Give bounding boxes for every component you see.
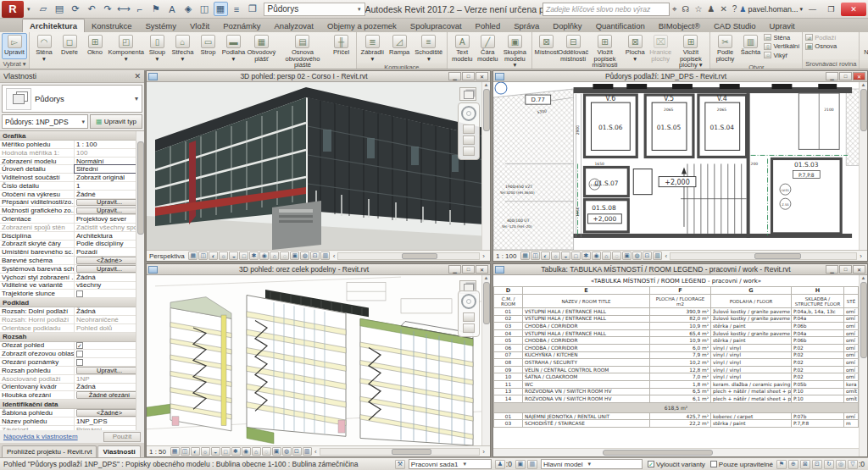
property-edit-button[interactable]: <Žádné> (76, 409, 142, 417)
viewbar-icon-5[interactable]: □ (571, 252, 581, 260)
table-row[interactable]: 10ŠATNA / CLOAKROOM7,0 m²vinyl / vinylP.… (494, 373, 859, 381)
restore-button[interactable]: ❐ (822, 3, 840, 16)
properties-help-link[interactable]: Nápověda k vlastnostem (3, 433, 78, 440)
viewbar-icon-10[interactable]: ▣ (290, 252, 299, 260)
section-header-2[interactable]: Rozsah⌃ (0, 333, 144, 342)
panel-caption[interactable]: Srovnávací rovina (803, 59, 859, 69)
status-icon-3[interactable]: ⊡ (812, 460, 822, 469)
minimize-icon[interactable]: ▁ (826, 72, 838, 80)
app-menu-arrow-icon[interactable]: ▾ (27, 6, 31, 13)
minimize-icon[interactable]: ▁ (826, 265, 838, 274)
property-value[interactable]: 1 (75, 182, 144, 190)
table-row[interactable]: 09VELÍN / CENTRAL CONTROL ROOM12,8 m²vin… (494, 366, 859, 373)
property-value[interactable]: Primární (75, 426, 144, 430)
column-button[interactable]: ▯Sloup ▾ (144, 33, 170, 69)
room-button[interactable]: ⊠Místnost (534, 33, 559, 69)
section-header-0[interactable]: Grafika⌃ (0, 131, 144, 141)
table-row[interactable]: 02VSTUPNÍ HALA / ENTRANCE HALL82,0 m²žul… (494, 315, 859, 323)
property-value[interactable]: Normální (75, 158, 144, 165)
workset-combo[interactable]: Pracovní sada1 ▾ (409, 459, 492, 469)
panel-caption[interactable]: Pracovní rovina (860, 60, 868, 69)
palette-tab-1[interactable]: Vlastnosti (97, 445, 140, 457)
tab-spolupracovat[interactable]: Spolupracovat (403, 19, 469, 32)
property-value[interactable]: 1NP (75, 375, 144, 383)
stair-button[interactable]: ≡Schodiště ▾ (412, 33, 445, 63)
tag-area-button[interactable]: ⊞Vložit popisek plochy ▾ (673, 33, 708, 69)
viewbar-icon-1[interactable]: ◫ (181, 447, 190, 456)
tab-objemy-a-pozemek[interactable]: Objemy a pozemek (320, 19, 403, 32)
property-value[interactable]: Žádná (75, 384, 144, 391)
horizontal-scrollbar[interactable] (493, 448, 859, 456)
thin-lines-icon[interactable]: ≡ (230, 2, 244, 16)
open-icon[interactable]: ▱ (36, 2, 51, 16)
close-button[interactable]: ✕ (841, 3, 866, 16)
scroll-right-icon[interactable]: › (860, 252, 862, 260)
viewport-titlebar[interactable]: 3D pohled: persp 02 - Corso I - Revit.rv… (147, 71, 490, 82)
3d-section-canvas[interactable]: ▲ (147, 275, 490, 445)
close-icon[interactable]: ✕ (853, 72, 865, 80)
viewbar-icon-3[interactable]: ☼ (201, 447, 210, 456)
search-binoculars-icon[interactable]: ⌖ (672, 4, 677, 14)
window-button[interactable]: ⊞Okno (82, 33, 108, 69)
vertical-opening-button[interactable]: ▯Vertikální (764, 42, 799, 52)
close-icon[interactable]: ✕ (476, 72, 488, 80)
room-tag-01s05[interactable]: 01.S.05 (657, 124, 682, 131)
viewbar-icon-0[interactable]: ▦ (520, 252, 530, 260)
viewbar-icon-5[interactable]: □ (239, 252, 248, 260)
panel-caption[interactable]: Otvor (710, 63, 802, 69)
viewbar-icon-3[interactable]: ☼ (219, 252, 228, 260)
panel-caption[interactable]: Stavět (30, 69, 356, 70)
measure-icon[interactable]: ⟷ (117, 2, 131, 16)
close-icon[interactable]: ✕ (853, 265, 865, 274)
property-value[interactable] (75, 290, 144, 297)
property-edit-button[interactable]: Upravit... (76, 265, 142, 273)
help-icon[interactable]: ? (732, 4, 737, 14)
vertical-scrollbar[interactable]: ▲ (481, 275, 490, 445)
viewbar-icon-2[interactable]: ◐ (191, 447, 200, 456)
3d-view-canvas[interactable]: ▲ (147, 82, 490, 250)
table-row[interactable]: 01NÁJEMNÍ JEDNOTKA / RENTAL UNIT425,7 m²… (494, 412, 859, 420)
scroll-right-icon[interactable]: › (482, 448, 485, 456)
zoom-icon[interactable] (463, 135, 475, 145)
table-row[interactable]: 05CHODBA / CORRIDOR10,9 m²stěrka / paint… (494, 337, 859, 345)
room-tag-01s04[interactable]: 01.S.04 (710, 124, 735, 131)
property-value[interactable]: Podle disciplíny (75, 241, 144, 248)
property-value[interactable]: ✓ (75, 342, 144, 350)
property-grid[interactable]: Grafika⌃Měřítko pohledu1 : 100Hodnota mě… (0, 130, 144, 430)
default-3d-view-icon[interactable]: ◈ (181, 2, 196, 16)
tab-vlo-it[interactable]: Vložit (183, 19, 216, 32)
scroll-left-icon[interactable]: ‹ (314, 448, 317, 456)
property-value[interactable]: <Žádné> (75, 409, 144, 417)
tab-architektura[interactable]: Architektura (22, 19, 85, 32)
view-scale-label[interactable]: 1 : 100 (496, 252, 516, 260)
minimize-button[interactable]: — (804, 3, 821, 16)
viewport-titlebar[interactable]: Tabulka: TABULKA MÍSTNOSTÍ / ROOM LEGEND… (493, 264, 867, 275)
status-icon-1[interactable]: ⊕ (788, 460, 798, 469)
exclude-options-checkbox[interactable]: ✓ Vyloučit varianty (648, 461, 705, 468)
viewbar-icon-4[interactable]: ◒ (211, 447, 220, 456)
status-icon-5[interactable]: ◎ (836, 460, 846, 469)
worksets-icon[interactable]: ⚒ (395, 460, 405, 469)
status-icon-0[interactable]: ⚑ (776, 460, 787, 469)
aligned-dimension-icon[interactable]: ⌐ (133, 2, 147, 16)
section-icon[interactable]: ◫ (198, 2, 212, 16)
maximize-icon[interactable]: □ (462, 265, 475, 274)
viewbar-icon-11[interactable]: ◍ (282, 447, 292, 456)
panel-caption[interactable]: Vybrat ▾ (0, 59, 29, 69)
tab-quantification[interactable]: Quantification (589, 19, 652, 32)
communication-center-icon[interactable]: ☊ (682, 4, 690, 14)
navigation-bar[interactable] (458, 102, 480, 160)
save-icon[interactable]: ▤ (53, 2, 67, 16)
model-text-button[interactable]: AText modelu (449, 33, 475, 69)
table-row[interactable]: 11WC1,8 m²keram. dlažba / ceramic paving… (494, 380, 859, 388)
level-tag-1[interactable]: +2,000 (665, 179, 689, 186)
viewbar-icon-8[interactable]: ⌂ (270, 252, 279, 260)
zoom-icon[interactable] (463, 323, 475, 333)
viewbar-icon-13[interactable]: ▥ (303, 447, 312, 456)
redo-icon[interactable]: ↷ (101, 2, 115, 16)
viewbar-icon-2[interactable]: ◐ (209, 252, 218, 260)
tab-cad-studio[interactable]: CAD Studio (707, 19, 763, 32)
property-value[interactable] (75, 350, 144, 357)
edit-type-button[interactable]: ▦ Upravit typ (90, 114, 142, 129)
property-value[interactable]: 100 (75, 149, 144, 157)
